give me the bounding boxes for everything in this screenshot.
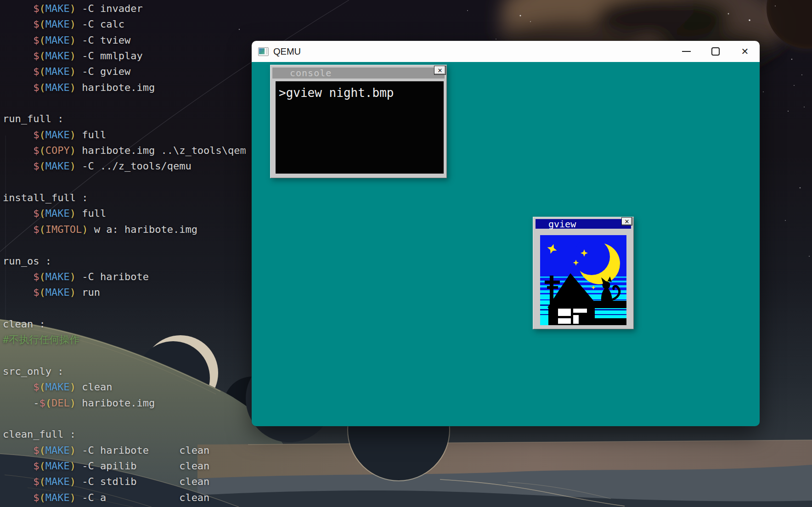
code-line	[3, 301, 246, 316]
code-line: #不执行任何操作	[3, 332, 246, 348]
gview-window: gview ✕	[533, 217, 634, 329]
code-line: src_only :	[3, 364, 246, 379]
console-window: console ✕ >gview night.bmp	[270, 65, 447, 178]
console-screen[interactable]: >gview night.bmp	[276, 81, 444, 174]
code-line: $(MAKE) -C a clean	[3, 490, 246, 506]
gview-titlebar[interactable]: gview	[536, 219, 631, 229]
night-bmp-image	[540, 235, 626, 325]
code-line: $(MAKE) -C gview	[3, 64, 246, 79]
code-line: run_os :	[3, 254, 246, 269]
console-output-line: >gview night.bmp	[276, 81, 444, 100]
qemu-app-icon	[258, 47, 269, 56]
close-button[interactable]: ✕	[730, 41, 760, 62]
code-line: -$(DEL) haribote.img	[3, 395, 246, 411]
code-line: $(MAKE) clean	[3, 379, 246, 395]
console-window-title: console	[272, 68, 332, 79]
code-line: $(MAKE) -C haribote	[3, 269, 246, 285]
code-line: $(MAKE) -C apilib clean	[3, 458, 246, 474]
code-line: run_full :	[3, 111, 246, 127]
close-icon: ✕	[741, 47, 749, 56]
code-line: $(MAKE) -C invader	[3, 1, 246, 17]
code-line	[3, 237, 246, 253]
code-line: clean_full :	[3, 427, 246, 442]
code-line	[3, 96, 246, 111]
gview-close-button[interactable]: ✕	[621, 217, 632, 225]
code-line: $(MAKE) full	[3, 206, 246, 221]
maximize-button[interactable]	[701, 41, 730, 62]
minimize-button[interactable]	[671, 41, 701, 62]
maximize-icon	[711, 47, 720, 56]
code-line: $(IMGTOL) w a: haribote.img	[3, 222, 246, 237]
code-line: clean :	[3, 316, 246, 332]
gview-window-title: gview	[536, 219, 576, 230]
code-line: install_full :	[3, 190, 246, 206]
code-line: $(MAKE) haribote.img	[3, 80, 246, 96]
code-line: $(MAKE) -C haribote clean	[3, 443, 246, 458]
code-line: $(MAKE) -C ../z_tools/qemu	[3, 158, 246, 174]
code-line: $(COPY) haribote.img ..\z_tools\qem	[3, 143, 246, 158]
qemu-titlebar[interactable]: QEMU ✕	[252, 41, 760, 62]
code-line: $(MAKE) full	[3, 127, 246, 143]
qemu-caption-buttons: ✕	[671, 41, 760, 62]
qemu-guest-screen[interactable]: console ✕ >gview night.bmp gview ✕	[252, 62, 760, 426]
code-line: $(MAKE) -C stdlib clean	[3, 474, 246, 490]
code-line	[3, 348, 246, 364]
qemu-window: QEMU ✕ console ✕ >gview night.bmp gview …	[252, 41, 760, 426]
code-editor[interactable]: $(MAKE) -C invader $(MAKE) -C calc $(MAK…	[3, 1, 246, 506]
code-line	[3, 175, 246, 190]
console-close-button[interactable]: ✕	[434, 66, 446, 75]
code-line: $(MAKE) -C calc	[3, 17, 246, 32]
console-titlebar[interactable]: console	[272, 68, 445, 79]
minimize-icon	[682, 51, 691, 52]
qemu-window-title: QEMU	[273, 46, 301, 57]
house-windows	[558, 309, 587, 324]
code-line	[3, 411, 246, 427]
code-line: $(MAKE) -C mmlplay	[3, 48, 246, 64]
code-line: $(MAKE) run	[3, 285, 246, 300]
code-line: $(MAKE) -C tview	[3, 33, 246, 48]
